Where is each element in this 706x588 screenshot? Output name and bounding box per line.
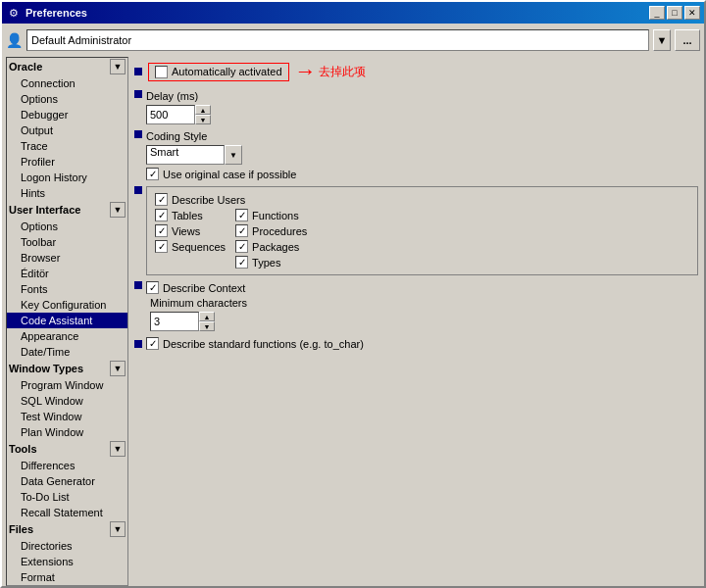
functions-checkbox[interactable] [235,209,248,221]
auto-activate-checkbox[interactable] [155,66,168,78]
title-bar: ⚙ Preferences _ □ ✕ [2,2,704,24]
sidebar-item-program-window[interactable]: Program Window [7,377,127,393]
profile-name: Default Administrator [31,34,131,46]
section-marker-6 [134,340,142,348]
window-types-label: Window Types [9,363,83,374]
sidebar-item-sql-window[interactable]: SQL Window [7,393,127,409]
close-button[interactable]: ✕ [684,6,700,20]
sidebar-item-format[interactable]: Format [7,569,127,585]
sidebar-item-ui-options[interactable]: Options [7,219,127,234]
sidebar: Oracle ▼ Connection Options Debugger Out… [6,57,128,586]
more-options-button[interactable]: ... [675,29,700,51]
annotation-text: 去掉此项 [319,64,366,80]
describe-context-checkbox[interactable] [146,281,159,294]
sidebar-item-differences[interactable]: Differences [7,458,127,473]
annotation: → 去掉此项 [295,59,366,84]
tables-row: Tables [155,209,226,221]
ui-expand-btn[interactable]: ▼ [110,202,126,218]
describe-columns: Tables Views Sequences [155,209,689,269]
procedures-checkbox[interactable] [235,224,248,237]
delay-spin-up[interactable]: ▲ [195,105,211,115]
sidebar-item-key-config[interactable]: Key Configuration [7,297,127,313]
auto-activate-label: Automatically activated [172,66,282,77]
packages-checkbox[interactable] [235,240,248,253]
delay-section: Delay (ms) ▲ ▼ [134,90,698,124]
sidebar-item-browser[interactable]: Browser [7,250,127,266]
ui-section-label: User Interface [9,204,80,216]
min-chars-spin-up[interactable]: ▲ [199,312,215,321]
sidebar-section-ui[interactable]: User Interface ▼ [7,201,127,219]
sidebar-item-connection[interactable]: Connection [7,75,127,91]
profile-img-placeholder: 👤 [6,32,23,48]
sidebar-item-output[interactable]: Output [7,122,127,138]
use-original-case-label: Use original case if possible [163,169,296,180]
coding-style-field-group: Coding Style Smart ▼ Use original case i… [146,130,296,180]
auto-activate-box: Automatically activated [148,63,289,81]
sidebar-item-plan-window[interactable]: Plan Window [7,424,127,440]
red-arrow-icon: → [295,59,317,84]
sidebar-item-debugger[interactable]: Debugger [7,107,127,122]
use-original-case-checkbox[interactable] [146,168,159,180]
content-panel: Automatically activated → 去掉此项 Delay (ms… [132,57,700,586]
sidebar-section-files[interactable]: Files ▼ [7,520,127,538]
tools-expand-btn[interactable]: ▼ [110,441,126,457]
files-expand-btn[interactable]: ▼ [110,521,126,537]
delay-input[interactable] [146,105,195,124]
use-original-case-row: Use original case if possible [146,168,296,180]
profile-dropdown-arrow[interactable]: ▼ [653,29,671,51]
auto-activate-section: Automatically activated → 去掉此项 [134,59,698,84]
views-label: Views [172,225,200,237]
sidebar-section-window-types[interactable]: Window Types ▼ [7,360,127,377]
sidebar-item-fonts[interactable]: Fonts [7,281,127,297]
tables-label: Tables [172,210,203,221]
minimize-button[interactable]: _ [649,6,665,20]
describe-users-checkbox[interactable] [155,193,168,206]
sidebar-item-toolbar[interactable]: Toolbar [7,234,127,250]
coding-style-label: Coding Style [146,130,296,142]
sequences-checkbox[interactable] [155,240,168,253]
sidebar-item-data-generator[interactable]: Data Generator [7,473,127,489]
min-chars-input[interactable] [150,312,199,331]
min-chars-spinner: ▲ ▼ [146,312,247,331]
sidebar-item-test-window[interactable]: Test Window [7,409,127,424]
describe-col-right: Functions Procedures Packages [235,209,307,269]
min-chars-spin-down[interactable]: ▼ [199,321,215,331]
coding-style-select[interactable]: Smart [146,145,225,165]
sidebar-item-options[interactable]: Options [7,91,127,107]
sidebar-section-oracle[interactable]: Oracle ▼ [7,58,127,75]
sidebar-item-editor[interactable]: Éditör [7,266,127,281]
oracle-expand-btn[interactable]: ▼ [110,59,126,74]
tables-checkbox[interactable] [155,209,168,221]
section-marker-3 [134,130,142,138]
window-icon: ⚙ [6,5,22,21]
sidebar-item-logon-history[interactable]: Logon History [7,170,127,185]
files-section-label: Files [9,523,33,535]
views-checkbox[interactable] [155,224,168,237]
coding-style-dropdown-arrow[interactable]: ▼ [225,145,242,165]
coding-style-section: Coding Style Smart ▼ Use original case i… [134,130,698,180]
sidebar-item-hints[interactable]: Hints [7,185,127,201]
profile-dropdown[interactable]: Default Administrator [26,29,649,51]
sidebar-section-tools[interactable]: Tools ▼ [7,440,127,458]
functions-row: Functions [235,209,307,221]
sequences-row: Sequences [155,240,226,253]
maximize-button[interactable]: □ [667,6,682,20]
describe-standard-checkbox[interactable] [146,337,159,350]
min-chars-spin-buttons: ▲ ▼ [199,312,215,331]
sidebar-item-recall-statement[interactable]: Recall Statement [7,505,127,520]
sidebar-item-profiler[interactable]: Profiler [7,154,127,170]
sidebar-item-extensions[interactable]: Extensions [7,554,127,569]
sidebar-item-todo-list[interactable]: To-Do List [7,489,127,505]
sidebar-item-trace[interactable]: Trace [7,138,127,154]
procedures-label: Procedures [252,225,307,237]
oracle-section-label: Oracle [9,61,42,73]
sidebar-item-directories[interactable]: Directories [7,538,127,554]
sidebar-item-code-assistant[interactable]: Code Assistant [7,313,127,328]
window-types-expand-btn[interactable]: ▼ [110,361,126,376]
types-checkbox[interactable] [235,256,248,269]
main-content: Oracle ▼ Connection Options Debugger Out… [6,57,700,586]
sidebar-item-datetime[interactable]: Date/Time [7,344,127,360]
delay-spin-down[interactable]: ▼ [195,115,211,124]
sidebar-item-appearance[interactable]: Appearance [7,328,127,344]
section-marker-5 [134,281,142,289]
